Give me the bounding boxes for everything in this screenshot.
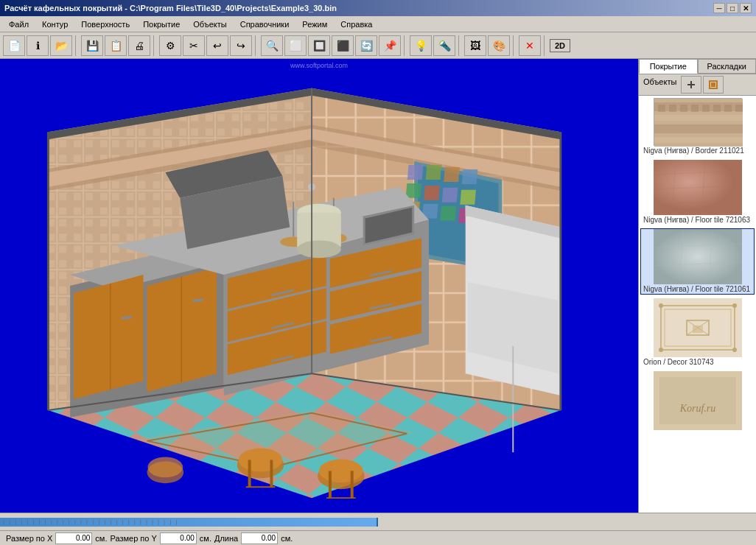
tab-covering[interactable]: Покрытие (639, 59, 698, 74)
menu-objects[interactable]: Объекты (187, 18, 232, 30)
zoom-button[interactable]: 🔍 (261, 35, 283, 56)
img-button[interactable]: 🖼 (464, 35, 486, 56)
tile-item-border[interactable]: Nigva (Нигва) / Border 211021 (640, 97, 755, 156)
menu-contour[interactable]: Контур (36, 18, 74, 30)
flag-button[interactable]: 📌 (379, 35, 401, 56)
progress-bar[interactable]: || || || || || || || || || || || || || |… (0, 513, 756, 530)
delete-button[interactable]: ✕ (519, 35, 541, 56)
redo-button[interactable]: ↪ (230, 35, 252, 56)
svg-rect-103 (654, 124, 743, 133)
svg-text:Koruf.ru: Koruf.ru (679, 403, 715, 414)
object-add-button[interactable] (681, 76, 701, 94)
floor2-pattern-svg (654, 229, 742, 284)
menu-reference[interactable]: Справочники (234, 18, 295, 30)
svg-marker-41 (147, 267, 217, 392)
size-y-input[interactable] (160, 532, 197, 544)
close-button[interactable]: ✕ (740, 3, 752, 13)
svg-point-134 (659, 303, 663, 308)
sep4 (404, 35, 407, 56)
poly-button[interactable]: ⬛ (332, 35, 354, 56)
rotate-button[interactable]: 🔄 (355, 35, 377, 56)
svg-point-85 (319, 459, 363, 482)
menu-covering[interactable]: Покрытие (137, 18, 186, 30)
sep3 (255, 35, 258, 56)
svg-rect-122 (654, 229, 742, 284)
save2-button[interactable]: 📋 (105, 35, 127, 56)
decor-pattern-svg (654, 298, 742, 357)
svg-rect-36 (441, 206, 457, 221)
svg-point-136 (659, 348, 663, 352)
menu-help[interactable]: Справка (335, 18, 378, 30)
border-pattern-svg (654, 99, 743, 147)
svg-rect-139 (659, 377, 736, 424)
size-x-label: Размер по X (6, 534, 52, 543)
shape-button[interactable]: 🔲 (308, 35, 330, 56)
tiles-list[interactable]: Nigva (Нигва) / Border 211021 (639, 96, 756, 513)
mode-2d-button[interactable]: 2D (550, 39, 570, 52)
menu-file[interactable]: Файл (3, 18, 35, 30)
svg-point-78 (297, 240, 341, 258)
minimize-button[interactable]: ─ (713, 3, 725, 13)
sep7 (544, 35, 547, 56)
svg-rect-26 (407, 165, 424, 180)
titlebar-controls: ─ □ ✕ (713, 3, 752, 13)
object-edit-button[interactable] (703, 76, 724, 94)
menu-mode[interactable]: Режим (296, 18, 333, 30)
light-button[interactable]: 💡 (410, 35, 432, 56)
info-button[interactable]: ℹ (27, 35, 49, 56)
size-x-input[interactable] (55, 532, 92, 544)
size-y-unit: см. (200, 534, 211, 543)
statusbar: Размер по X см. Размер по Y см. Длина см… (0, 530, 756, 545)
length-field: Длина см. (214, 532, 293, 544)
svg-point-135 (732, 303, 737, 308)
tile-item-floor1[interactable]: Nigva (Нигва) / Floor tile 721063 (640, 159, 755, 225)
svg-rect-30 (406, 183, 422, 198)
print-button[interactable]: 🖨 (128, 35, 150, 56)
size-y-label: Размер по Y (110, 534, 156, 543)
tile-item-floor2[interactable]: Nigva (Нигва) / Floor tile 721061 (640, 228, 755, 295)
menubar: Файл Контур Поверхность Покрытие Объекты… (0, 16, 756, 32)
length-unit: см. (281, 534, 293, 543)
svg-rect-104 (654, 137, 743, 143)
tile-item-last[interactable]: Koruf.ru (640, 370, 755, 432)
bulb-button[interactable]: 🔦 (433, 35, 455, 56)
tile-preview-floor2 (654, 229, 742, 284)
scene-svg (0, 59, 638, 513)
titlebar: Расчёт кафельных покрытий - C:\Program F… (0, 0, 756, 16)
undo-button[interactable]: ↩ (206, 35, 228, 56)
svg-rect-33 (460, 190, 476, 205)
svg-rect-31 (424, 186, 440, 200)
svg-rect-28 (444, 167, 460, 182)
svg-rect-112 (735, 105, 743, 112)
size-x-field: Размер по X см. (6, 532, 107, 544)
open-button[interactable]: 📂 (50, 35, 72, 56)
tile-label-decor: Orion / Decor 310743 (641, 357, 754, 367)
tile-label-border: Nigva (Нигва) / Border 211021 (641, 146, 754, 155)
svg-rect-111 (724, 105, 732, 112)
watermark: www.softportal.com (290, 62, 348, 69)
save-button[interactable]: 💾 (81, 35, 103, 56)
size-x-unit: см. (95, 534, 107, 543)
maximize-button[interactable]: □ (727, 3, 738, 13)
tile-preview-floor1 (654, 160, 742, 215)
tile-label-floor1: Nigva (Нигва) / Floor tile 721063 (641, 215, 754, 225)
tile-item-decor[interactable]: Orion / Decor 310743 (640, 298, 755, 368)
rect-button[interactable]: ⬜ (284, 35, 307, 56)
last-pattern-svg: Koruf.ru (654, 371, 742, 430)
viewport-3d[interactable]: www.softportal.com (0, 59, 638, 513)
length-input[interactable] (241, 532, 278, 544)
tab-layouts[interactable]: Раскладки (698, 59, 757, 74)
svg-rect-107 (680, 105, 687, 112)
svg-rect-29 (462, 169, 478, 184)
length-label: Длина (214, 534, 238, 543)
color-button[interactable]: 🎨 (488, 35, 510, 56)
menu-surface[interactable]: Поверхность (75, 18, 136, 30)
svg-rect-108 (691, 105, 699, 112)
svg-point-137 (732, 348, 737, 352)
settings-button[interactable]: ⚙ (159, 35, 181, 56)
svg-marker-40 (74, 275, 143, 399)
tile-label-floor2: Nigva (Нигва) / Floor tile 721061 (641, 284, 754, 294)
new-button[interactable]: 📄 (3, 35, 25, 56)
svg-rect-106 (669, 105, 676, 112)
cut-button[interactable]: ✂ (183, 35, 205, 56)
